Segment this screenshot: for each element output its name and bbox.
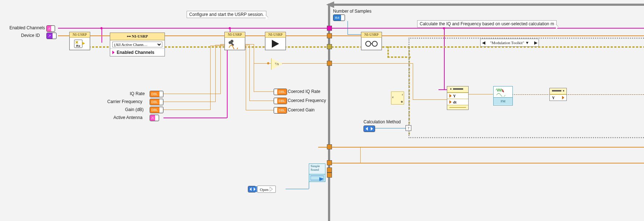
terminal-calculation-method[interactable] [363,126,375,132]
bundle-by-name[interactable]: Y dt [447,86,469,110]
usrp-open-rx[interactable]: NI-USRP Rx [69,32,90,50]
label-gain-db: Gain (dB) [125,107,144,112]
terminal-carrier-frequency[interactable]: DBL [150,99,163,105]
usrp-initiate[interactable]: NI-USRP [265,32,286,50]
label-coerced-iq-rate: Coerced IQ Rate [288,89,320,94]
terminal-gain-db[interactable]: DBL [150,107,163,113]
bundle-footer-icon [449,106,466,109]
terminal-iq-rate[interactable]: DBL [150,91,163,97]
svg-rect-18 [449,107,466,108]
bundle-row-y[interactable]: Y [447,93,468,99]
svg-marker-25 [254,187,255,191]
terminal-active-antenna[interactable]: A [150,115,159,121]
label-carrier-frequency: Carrier Frequency [107,99,142,104]
svg-point-7 [366,41,371,46]
indicator-coerced-frequency[interactable]: DBL [274,98,287,104]
svg-text:Rx: Rx [76,44,80,48]
unbundle-y[interactable]: Y [549,88,567,101]
svg-marker-13 [341,15,345,21]
enum-open-value[interactable]: Open [257,186,276,193]
label-device-id: Device ID [21,33,40,38]
bundle-row-dt[interactable]: dt [447,99,468,105]
label-coerced-gain: Coerced Gain [288,107,315,112]
usrp-property-node[interactable]: ⊶ NI-USRP (All Active Chann… Enabled Cha… [110,33,165,56]
svg-marker-15 [371,127,373,131]
svg-marker-26 [270,187,273,191]
fm-demod-node[interactable]: FM [493,86,513,106]
sound-arrow-icon [311,175,324,181]
label-iq-rate: IQ Rate [130,91,145,96]
comment-calculate: Calculate the IQ and Frequency based on … [417,20,557,27]
svg-point-16 [450,88,452,90]
terminal-device-id[interactable]: ↗ [46,33,57,39]
comment-configure: Configure and start the USRP session. [187,11,266,18]
label-enabled-channels: Enabled Channels [5,25,45,30]
svg-rect-17 [453,88,463,90]
svg-rect-20 [552,90,561,92]
bundle-hdr-icon [449,87,467,91]
glasses-icon [364,39,379,48]
unbundle-hdr-icon [551,89,565,93]
svg-marker-5 [82,42,85,45]
usrp-property-dropdown[interactable]: (All Active Chann… [112,42,162,47]
pin-arrow-icon [112,51,115,54]
chevron-right-icon [270,186,273,192]
enum-lr-icon [366,127,373,131]
svg-marker-0 [326,1,334,8]
indicator-coerced-gain[interactable]: DBL [274,107,287,114]
usrp-fetch[interactable]: NI-USRP [361,32,382,50]
svg-marker-6 [272,40,279,48]
svg-marker-11 [159,107,163,113]
complex-to-polar-node[interactable]: z r ɵ [391,92,404,105]
svg-marker-2 [53,33,56,39]
svg-marker-1 [51,26,55,31]
label-coerced-frequency: Coerced Frequency [288,98,326,103]
usrp-configure[interactable]: NI-USRP [224,32,245,50]
svg-marker-10 [159,99,163,105]
svg-marker-24 [250,187,252,191]
case-prev-button[interactable]: ◀ [481,39,486,46]
label-calculation-method: Calculation Method [363,119,401,124]
unbundle-row-y[interactable]: Y [550,94,566,101]
play-icon [270,39,281,48]
simple-sound-node[interactable]: SimpleSound [309,163,325,182]
enum-lr-icon [250,187,255,191]
svg-point-8 [372,41,377,46]
terminal-enabled-channels[interactable]: A [46,25,55,32]
fm-wave-icon [495,87,511,97]
reciprocal-node[interactable]: ¹/x [271,58,283,70]
case-next-button[interactable]: ▶ [533,39,539,46]
svg-marker-14 [366,127,368,131]
label-active-antenna: Active Antenna [113,115,142,120]
rx-icon: Rx [74,38,86,49]
label-number-of-samples: Number of Samples [333,9,371,14]
case-label[interactable]: "Modulation Toolkit" ▼ [486,41,533,45]
terminal-number-of-samples[interactable]: I64 [333,14,345,21]
wrench-sine-icon [228,38,242,49]
case-selector-tunnel[interactable]: ? [406,125,411,131]
svg-point-21 [563,90,564,92]
terminal-open-enum[interactable] [248,186,256,192]
svg-marker-12 [155,115,159,121]
indicator-coerced-iq-rate[interactable]: DBL [274,89,287,95]
case-selector[interactable]: ◀ "Modulation Toolkit" ▼ ▶ [480,39,539,47]
usrp-property-enabled-channels-row[interactable]: Enabled Channels [110,48,165,56]
svg-marker-9 [159,91,163,97]
